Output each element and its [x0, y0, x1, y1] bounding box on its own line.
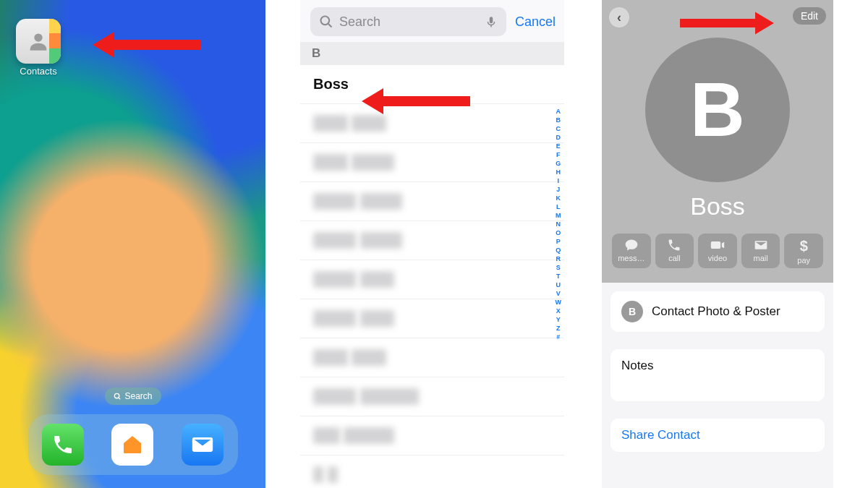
- contact-hero: ‹ Edit B Boss mess… call video: [602, 0, 833, 283]
- dollar-icon: $: [800, 238, 808, 254]
- notes-label: Notes: [621, 359, 653, 372]
- edit-button[interactable]: Edit: [793, 7, 826, 25]
- photo-poster-label: Contact Photo & Poster: [652, 304, 780, 319]
- contact-row[interactable]: Aaaa Aaaaa: [300, 143, 564, 182]
- cancel-button[interactable]: Cancel: [515, 14, 556, 30]
- notes-card[interactable]: Notes: [610, 349, 825, 401]
- contact-row[interactable]: Aaaa Aaaa: [300, 338, 564, 377]
- mail-icon: [753, 238, 769, 252]
- contact-row[interactable]: Aaaa Aaaa: [300, 104, 564, 143]
- contact-row-boss[interactable]: Boss: [300, 65, 564, 104]
- mail-app-icon[interactable]: [182, 424, 224, 466]
- spotlight-search-pill[interactable]: Search: [104, 388, 161, 405]
- search-row: Search Cancel: [300, 0, 564, 42]
- home-screen-panel: Contacts Search: [0, 0, 265, 488]
- contacts-list[interactable]: Boss Aaaa Aaaa Aaaa Aaaaa Aaaaa Aaaaa Aa…: [300, 65, 564, 488]
- svg-point-3: [321, 17, 330, 25]
- contact-row[interactable]: Aaaaa Aaaaaaa: [300, 377, 564, 416]
- mic-icon[interactable]: [485, 14, 498, 30]
- dock: [28, 414, 238, 475]
- mini-avatar: B: [621, 301, 643, 322]
- back-button[interactable]: ‹: [609, 7, 629, 27]
- search-input[interactable]: Search: [310, 7, 506, 36]
- contacts-list-panel: Search Cancel B Boss Aaaa Aaaa Aaaa Aaaa…: [300, 0, 564, 488]
- phone-app-icon[interactable]: [42, 424, 84, 466]
- call-button[interactable]: call: [655, 234, 694, 268]
- svg-point-1: [114, 393, 119, 398]
- contact-row[interactable]: Aaaaa Aaaa: [300, 260, 564, 299]
- app-label: Contacts: [16, 66, 61, 77]
- contact-row[interactable]: Aaa Aaaaaa: [300, 416, 564, 455]
- section-header: B: [300, 42, 564, 65]
- video-icon: [710, 238, 726, 252]
- contact-row[interactable]: A A: [300, 455, 564, 488]
- search-placeholder: Search: [339, 14, 485, 30]
- contact-row[interactable]: Aaaaa Aaaaa: [300, 221, 564, 260]
- alpha-index[interactable]: ABCDEFGHIJKLMNOPQRSTUVWXYZ#: [556, 107, 562, 341]
- contact-row[interactable]: Aaaaa Aaaa: [300, 299, 564, 338]
- contact-card-panel: ‹ Edit B Boss mess… call video: [602, 0, 833, 488]
- video-button[interactable]: video: [698, 234, 737, 268]
- contact-avatar[interactable]: B: [645, 38, 790, 182]
- svg-line-2: [118, 397, 119, 398]
- svg-line-4: [328, 24, 332, 27]
- contact-name: Boss: [612, 192, 823, 221]
- contact-photo-poster-row[interactable]: B Contact Photo & Poster: [610, 291, 825, 332]
- home-app-icon[interactable]: [111, 424, 153, 466]
- action-row: mess… call video mail $ pay: [612, 234, 823, 268]
- contacts-icon: [16, 19, 61, 64]
- contact-row[interactable]: Aaaaa Aaaaa: [300, 182, 564, 221]
- message-icon: [624, 238, 639, 252]
- share-contact-button[interactable]: Share Contact: [610, 419, 825, 452]
- message-button[interactable]: mess…: [612, 234, 651, 268]
- svg-point-0: [34, 33, 42, 41]
- pay-button[interactable]: $ pay: [784, 234, 823, 268]
- contacts-app[interactable]: Contacts: [16, 19, 61, 77]
- phone-icon: [667, 238, 681, 252]
- search-label: Search: [124, 391, 152, 401]
- mail-button[interactable]: mail: [741, 234, 780, 268]
- search-icon: [319, 14, 333, 29]
